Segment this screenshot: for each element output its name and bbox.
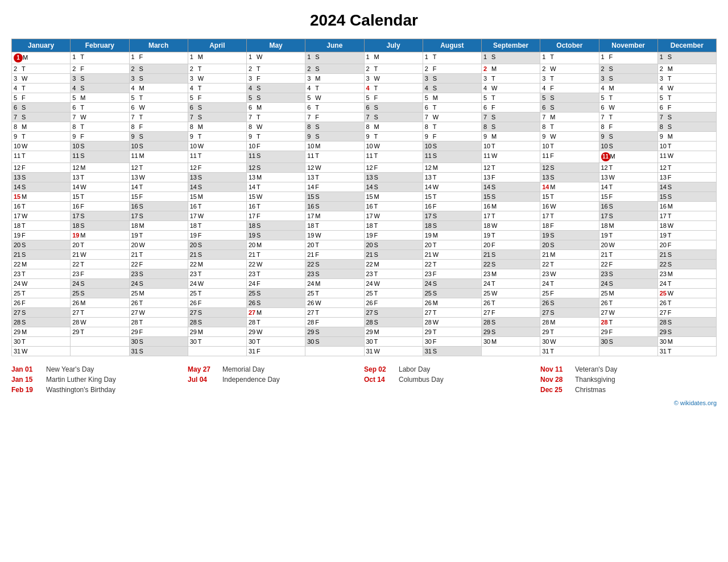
day-letter: F bbox=[80, 203, 84, 210]
calendar-cell: 13 S bbox=[540, 173, 599, 182]
day-letter: F bbox=[374, 94, 378, 101]
calendar-cell: 27 S bbox=[540, 308, 599, 318]
day-number: 15 bbox=[601, 193, 609, 200]
day-number: 4 bbox=[131, 85, 139, 91]
day-number: 5 bbox=[366, 94, 374, 101]
calendar-cell: 4 S bbox=[423, 84, 481, 93]
day-letter: W bbox=[80, 114, 86, 120]
day-number: 14 bbox=[483, 184, 491, 190]
calendar-cell: 9 T bbox=[188, 132, 246, 141]
day-letter: F bbox=[22, 299, 26, 306]
day-number: 10 bbox=[483, 143, 491, 149]
calendar-cell: 17 S bbox=[71, 211, 129, 221]
calendar-cell: 9 S bbox=[129, 132, 188, 141]
day-number: 9 bbox=[601, 133, 609, 140]
calendar-cell: 12 T bbox=[129, 163, 188, 173]
day-number: 12 bbox=[190, 164, 198, 171]
day-letter: T bbox=[315, 242, 319, 248]
holiday-row: Nov 11Veteran's Day bbox=[540, 365, 717, 373]
day-number: 10 bbox=[366, 143, 374, 149]
calendar-cell: 12 S bbox=[247, 163, 305, 173]
day-number: 15 bbox=[425, 193, 433, 200]
day-number: 3 bbox=[190, 75, 198, 82]
day-number: 7 bbox=[72, 114, 80, 120]
calendar-row: 2 T2 F2 S2 T2 T2 S2 T2 F2 M2 W2 S2 M bbox=[12, 64, 717, 74]
day-letter: F bbox=[374, 164, 378, 171]
day-number: 20 bbox=[131, 242, 139, 248]
calendar-cell: 20 S bbox=[364, 240, 423, 250]
day-letter: F bbox=[491, 174, 495, 181]
day-number: 8 bbox=[72, 123, 80, 130]
day-number: 28 bbox=[72, 319, 80, 326]
day-letter: M bbox=[550, 251, 555, 258]
day-number: 25 bbox=[366, 290, 374, 297]
calendar-row: 20 S20 T20 W20 S20 M20 T20 S20 T20 F20 S… bbox=[12, 240, 717, 250]
day-letter: W bbox=[374, 213, 380, 219]
calendar-cell: 21 S bbox=[188, 250, 246, 260]
day-letter: M bbox=[80, 164, 85, 171]
day-letter: S bbox=[315, 261, 319, 268]
day-letter: M bbox=[374, 328, 379, 335]
calendar-cell: 29 T bbox=[71, 327, 129, 337]
holiday-date: Nov 11 bbox=[540, 365, 572, 373]
calendar-cell: 6 W bbox=[129, 103, 188, 113]
calendar-cell: 3 T bbox=[482, 74, 540, 84]
day-letter: W bbox=[550, 270, 556, 277]
day-letter: M bbox=[668, 338, 673, 345]
day-letter: W bbox=[198, 213, 204, 219]
calendar-cell: 29 S bbox=[657, 327, 716, 337]
day-letter: T bbox=[257, 203, 260, 210]
day-number: 11 bbox=[425, 152, 433, 159]
day-number: 27 bbox=[601, 309, 609, 316]
day-letter: T bbox=[22, 85, 26, 91]
day-letter: F bbox=[433, 338, 437, 345]
day-letter: M bbox=[433, 164, 438, 171]
day-letter: W bbox=[609, 309, 615, 316]
calendar-cell: 27 T bbox=[305, 308, 364, 318]
holiday-date: Sep 02 bbox=[364, 365, 395, 373]
calendar-cell: 28 T bbox=[247, 318, 305, 327]
day-letter: T bbox=[257, 65, 260, 72]
day-number: 28 bbox=[190, 319, 198, 326]
day-letter: W bbox=[374, 280, 380, 287]
day-number: 2 bbox=[131, 65, 139, 72]
day-letter: T bbox=[550, 123, 554, 130]
calendar-cell bbox=[71, 347, 129, 356]
day-number: 30 bbox=[307, 338, 315, 345]
day-letter: M bbox=[198, 193, 203, 200]
day-number: 26 bbox=[72, 299, 80, 306]
holiday-name: Thanksgiving bbox=[575, 376, 615, 384]
calendar-cell: 16 T bbox=[247, 202, 305, 211]
day-letter: T bbox=[433, 53, 437, 60]
day-letter: T bbox=[198, 133, 202, 140]
calendar-cell: 17 W bbox=[364, 211, 423, 221]
day-number: 4 bbox=[660, 85, 668, 91]
calendar-row: 8 M8 T8 F8 M8 W8 S8 M8 T8 S8 T8 F8 S bbox=[12, 122, 717, 132]
calendar-cell: 1 S bbox=[482, 52, 540, 64]
calendar-cell: 9 S bbox=[305, 132, 364, 141]
day-letter: F bbox=[433, 203, 437, 210]
calendar-cell: 20 T bbox=[423, 240, 481, 250]
day-letter: F bbox=[257, 143, 260, 149]
day-letter: F bbox=[433, 133, 437, 140]
calendar-cell: 7 S bbox=[482, 113, 540, 122]
day-letter: T bbox=[609, 184, 613, 190]
day-letter: F bbox=[668, 104, 672, 111]
day-letter: S bbox=[374, 184, 378, 190]
calendar-cell: 11 T bbox=[305, 151, 364, 163]
day-number: 1 bbox=[14, 53, 23, 63]
day-letter: S bbox=[609, 203, 613, 210]
day-number: 6 bbox=[190, 104, 198, 111]
day-number: 15 bbox=[660, 193, 668, 200]
calendar-cell: 31 T bbox=[540, 347, 599, 356]
day-number: 8 bbox=[601, 123, 609, 130]
day-number: 20 bbox=[483, 242, 491, 248]
day-number: 5 bbox=[131, 94, 139, 101]
day-number: 11 bbox=[190, 152, 198, 159]
day-number: 20 bbox=[601, 242, 609, 248]
calendar-cell: 17 M bbox=[305, 211, 364, 221]
calendar-cell: 29 M bbox=[364, 327, 423, 337]
day-letter: M bbox=[668, 133, 673, 140]
day-letter: F bbox=[198, 232, 202, 239]
day-number: 25 bbox=[131, 290, 139, 297]
